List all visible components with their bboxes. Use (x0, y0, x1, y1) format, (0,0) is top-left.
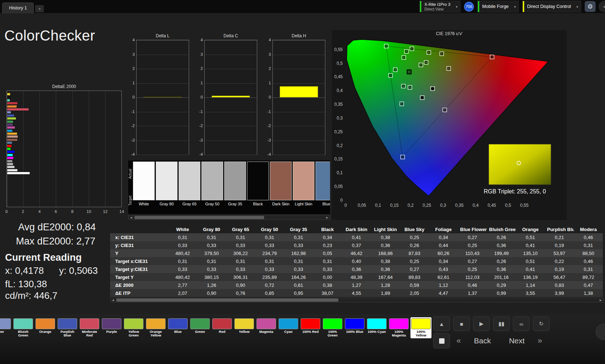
patch-cyan[interactable]: Cyan (278, 317, 299, 338)
patch-100-yellow[interactable]: 100% Yellow (410, 317, 431, 338)
table-cell: 0,41 (342, 233, 371, 241)
patch-wer[interactable]: wer (0, 317, 12, 338)
x-tick-label: 8 (71, 209, 74, 214)
swatch-label: Gray 65 (179, 200, 200, 208)
table-cell: 0,31 (284, 257, 313, 265)
patch-moderate-red[interactable]: Moderate Red (79, 317, 100, 338)
patch-label: 100% Red (301, 330, 320, 338)
column-header: Gray 35 (284, 225, 313, 233)
patch-swatch (212, 318, 232, 329)
edge-round-button[interactable] (596, 324, 605, 340)
add-tab-button[interactable]: + (35, 5, 44, 12)
patch-100-green[interactable]: 100% Green (322, 317, 343, 338)
patch-100-magenta[interactable]: 100% Magenta (388, 317, 409, 338)
scrollbar-thumb[interactable] (116, 298, 338, 302)
refresh-button[interactable]: ↻ (533, 317, 550, 331)
scrollbar-track[interactable] (116, 298, 598, 302)
patch-label: Blue (168, 330, 188, 338)
calibration-app-window: History 1 + X-Rite i1Pro 3 Direct View ▾… (0, 0, 605, 364)
scroll-left-icon[interactable]: ◀ (129, 216, 134, 219)
stop-button[interactable]: ■ (453, 317, 470, 331)
back-button[interactable]: Back (467, 336, 497, 345)
meter-count-badge[interactable]: 706 (464, 2, 474, 12)
swatch-strip-row-labels: Actual Target (128, 160, 132, 214)
y-tick-label: -3 (195, 138, 203, 142)
patch-orange-yellow[interactable]: Orange Yellow (145, 317, 166, 338)
pause-button[interactable]: ▮▮ (493, 317, 510, 331)
delta-e-bar (7, 117, 16, 120)
play-button[interactable]: ▶ (473, 317, 490, 331)
gridline (205, 55, 257, 55)
y-tick-label: 0,2 (337, 143, 343, 148)
patch-orange[interactable]: Orange (35, 317, 56, 338)
delta-e-bar (7, 157, 13, 159)
patch-swatch (190, 318, 210, 329)
reading-fl-value: fL: 130,38 (5, 279, 47, 290)
column-header: Foliage (429, 225, 458, 233)
patch-purple[interactable]: Purple (101, 317, 122, 338)
patch-100-blue[interactable]: 100% Blue (344, 317, 365, 338)
table-cell: 0,72 (255, 281, 284, 289)
loop-button[interactable]: ∞ (513, 317, 530, 331)
last-page-button[interactable]: » (536, 336, 543, 346)
table-cell: 0,33 (226, 241, 255, 249)
table-cell: 167,64 (371, 273, 400, 281)
next-button[interactable]: Next (502, 336, 531, 345)
pattern-window-button[interactable] (433, 333, 450, 348)
patch-yellow-green[interactable]: Yellow Green (123, 317, 144, 338)
table-cell: 0,85 (255, 289, 284, 297)
table-cell: 0,29 (487, 281, 516, 289)
patch-swatch (0, 318, 11, 329)
table-cell: 0,43 (429, 265, 458, 273)
y-tick-label: -3 (127, 138, 135, 142)
meter-dropdown[interactable]: X-Rite i1Pro 3 Direct View ▾ (420, 1, 460, 12)
column-header: Black (313, 225, 342, 233)
table-cell: 0,41 (516, 241, 545, 249)
table-cell: 89,72 (574, 273, 603, 281)
table-cell: 0,33 (313, 265, 342, 273)
patch-yellow[interactable]: Yellow (234, 317, 255, 338)
patch-swatch (234, 318, 254, 329)
table-cell: 46,42 (342, 249, 371, 257)
patch-blue[interactable]: Blue (167, 317, 188, 338)
table-cell: 4,47 (429, 289, 458, 297)
table-cell: 0,36 (371, 265, 400, 273)
source-dropdown[interactable]: Mobile Forge ▾ (477, 1, 519, 12)
history-tab[interactable]: History 1 (2, 3, 34, 13)
first-page-button[interactable]: « (455, 336, 462, 346)
patch-red[interactable]: Red (212, 317, 233, 338)
patch-purplish-blue[interactable]: Purplish Blue (57, 317, 78, 338)
table-cell: 0,31 (574, 265, 603, 273)
table-scrollbar[interactable]: ◀ ▶ (110, 298, 604, 302)
x-tick-label: 0,35 (455, 203, 464, 208)
table-row: Target Y480,42380,15306,31235,89164,260,… (110, 273, 603, 281)
table-cell: 0,27 (458, 257, 487, 265)
swatch-item: White (133, 162, 155, 214)
patch-green[interactable]: Green (189, 317, 210, 338)
patch-label: Magenta (256, 330, 276, 338)
scroll-left-icon[interactable]: ◀ (110, 299, 116, 302)
scroll-right-icon[interactable]: ▶ (598, 299, 603, 302)
display-control-dropdown[interactable]: Direct Display Control ▾ (522, 1, 581, 12)
swatch-white (133, 162, 155, 200)
gridline (121, 91, 122, 207)
patch-100-cyan[interactable]: 100% Cyan (366, 317, 387, 338)
scroll-right-icon[interactable]: ▶ (325, 216, 330, 219)
eject-button[interactable]: ▲ (433, 317, 450, 331)
x-tick-label: 0,45 (488, 203, 496, 208)
patch-magenta[interactable]: Magenta (256, 317, 277, 338)
table-cell: 1,14 (516, 281, 545, 289)
row-label: Y (110, 249, 168, 257)
settings-gear-button[interactable]: ⚙ (585, 1, 596, 12)
swatch-label: Gray 50 (201, 200, 223, 208)
patch-bluish-green[interactable]: Bluish Green (13, 317, 34, 338)
scrollbar-track[interactable] (134, 216, 325, 219)
swatch-item: Gray 50 (201, 162, 223, 214)
table-cell: 0,25 (400, 233, 429, 241)
patch-100-red[interactable]: 100% Red (300, 317, 321, 338)
table-cell: 0,31 (168, 257, 197, 265)
scrollbar-thumb[interactable] (134, 216, 264, 219)
table-cell: 0,05 (313, 249, 342, 257)
swatch-strip-scrollbar[interactable]: ◀ ▶ (128, 215, 330, 220)
swatch-label: Light Skin (293, 200, 314, 208)
